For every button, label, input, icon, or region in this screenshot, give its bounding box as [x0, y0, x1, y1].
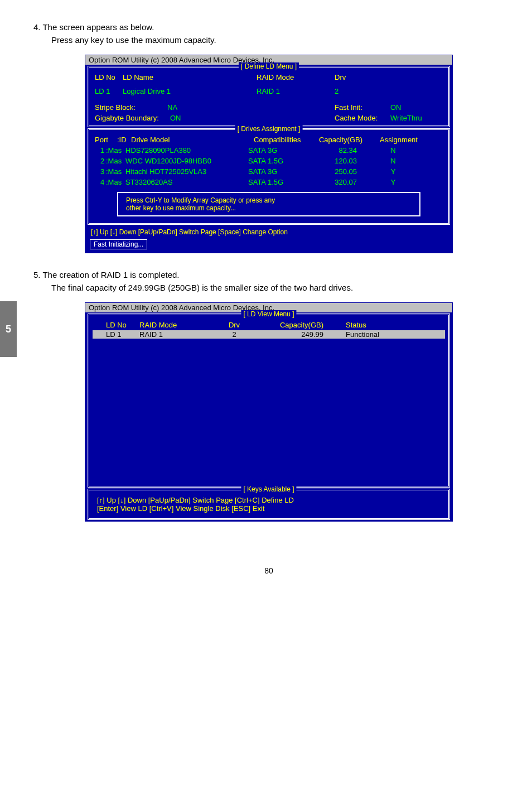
lv-row-drv: 2 [217, 330, 251, 339]
ld-view-selected-row[interactable]: LD 1 RAID 1 2 249.99 Functional [93, 330, 445, 339]
drive4-assign: Y [368, 178, 418, 186]
keys-available-label: [ Keys Available ] [241, 485, 296, 493]
page-number: 80 [33, 566, 504, 575]
cache-mode-label: Cache Mode: [335, 114, 390, 122]
ld-view-frame: [ LD View Menu ] LD No RAID Mode Drv Cap… [88, 314, 450, 488]
lv-header-drv: Drv [217, 321, 251, 329]
lv-header-cap: Capacity(GB) [251, 321, 335, 329]
step4-title: 4. The screen appears as below. [33, 22, 504, 32]
fast-init-value[interactable]: ON [390, 103, 435, 112]
lv-row-raidmode: RAID 1 [139, 330, 217, 339]
ld-view-empty-area [95, 339, 443, 484]
drive1-cap: 82.34 [312, 146, 368, 155]
header-drv: Drv [335, 73, 379, 81]
drives-header-cap: Capacity(GB) [318, 136, 374, 144]
ld-row-raidmode: RAID 1 [257, 87, 335, 95]
drive1-id: :Mas [106, 146, 125, 155]
bios2-footer-line1: [↑] Up [↓] Down [PaUp/PaDn] Switch Page … [97, 496, 441, 504]
ld-view-header-row: LD No RAID Mode Drv Capacity(GB) Status [95, 320, 443, 330]
stripe-block-label: Stripe Block: [95, 103, 151, 112]
prompt-line1: Press Ctrl-Y to Modify Array Capacity or… [126, 196, 412, 204]
bios-screen-ld-view: Option ROM Utility (c) 2008 Advanced Mic… [85, 302, 453, 522]
define-ld-frame: [ Define LD Menu ] LD No LD Name RAID Mo… [88, 66, 450, 127]
drive4-cap: 320.07 [312, 178, 368, 186]
step5-subtext: The final capacity of 249.99GB (250GB) i… [51, 283, 504, 292]
side-tab: 5 [0, 301, 17, 357]
gigabyte-boundary-value[interactable]: ON [170, 114, 257, 122]
ld-row-ldname: Logical Drive 1 [123, 87, 257, 95]
side-tab-number: 5 [6, 324, 11, 335]
drive-row-2[interactable]: 2 :Mas WDC WD1200JD-98HBB0 SATA 1.5G 120… [95, 156, 443, 166]
drive1-assign: N [368, 146, 418, 155]
drive1-model: HDS728090PLA380 [125, 146, 248, 155]
drive-row-1[interactable]: 1 :Mas HDS728090PLA380 SATA 3G 82.34 N [95, 145, 443, 156]
lv-header-raidmode: RAID Mode [139, 321, 217, 329]
drive3-port: 3 [95, 167, 106, 176]
drive3-assign: Y [368, 167, 418, 176]
drives-header-comp: Compatibilities [254, 136, 318, 144]
lv-row-status: Functional [335, 330, 402, 339]
ld-row-ldno: LD 1 [95, 87, 123, 95]
drive1-comp: SATA 3G [248, 146, 312, 155]
prompt-line2: other key to use maximum capacity... [126, 204, 412, 212]
drive2-id: :Mas [106, 157, 125, 165]
bios1-footer-keys: [↑] Up [↓] Down [PaUp/PaDn] Switch Page … [85, 226, 452, 238]
drives-header-port: Port [95, 136, 117, 144]
drive1-port: 1 [95, 146, 106, 155]
settings-row2: Gigabyte Boundary: ON Cache Mode: WriteT… [95, 113, 443, 123]
settings-row1: Stripe Block: NA Fast Init: ON [95, 102, 443, 113]
bios-screen-define-ld: Option ROM Utility (c) 2008 Advanced Mic… [85, 55, 453, 253]
capacity-prompt: Press Ctrl-Y to Modify Array Capacity or… [117, 192, 420, 216]
drives-header-assign: Assignment [374, 136, 424, 144]
drives-header-id: :ID [117, 136, 131, 144]
drive2-comp: SATA 1.5G [248, 157, 312, 165]
gigabyte-boundary-label: Gigabyte Boundary: [95, 114, 170, 122]
drive2-assign: N [368, 157, 418, 165]
step5-title: 5. The creation of RAID 1 is completed. [33, 270, 504, 279]
drive-row-3[interactable]: 3 :Mas Hitachi HDT725025VLA3 SATA 3G 250… [95, 166, 443, 177]
drive3-id: :Mas [106, 167, 125, 176]
fast-init-label: Fast Init: [335, 103, 390, 112]
drive3-cap: 250.05 [312, 167, 368, 176]
drive4-comp: SATA 1.5G [248, 178, 312, 186]
step4-subtext: Press any key to use the maximum capacit… [51, 35, 504, 45]
drive3-comp: SATA 3G [248, 167, 312, 176]
header-ldname: LD Name [123, 73, 257, 81]
bios2-footer-line2: [Enter] View LD [Ctrl+V] View Single Dis… [97, 504, 441, 513]
define-ld-frame-label: [ Define LD Menu ] [239, 62, 299, 70]
lv-header-status: Status [335, 321, 402, 329]
drive-row-4[interactable]: 4 :Mas ST3320620AS SATA 1.5G 320.07 Y [95, 177, 443, 187]
cache-mode-value[interactable]: WriteThru [390, 114, 435, 122]
drives-header-row: Port :ID Drive Model Compatibilities Cap… [95, 134, 443, 145]
drive4-port: 4 [95, 178, 106, 186]
page-content: 4. The screen appears as below. Press an… [0, 0, 532, 597]
drive4-model: ST3320620AS [125, 178, 248, 186]
drive2-port: 2 [95, 157, 106, 165]
drive2-cap: 120.03 [312, 157, 368, 165]
header-ldno: LD No [95, 73, 123, 81]
header-raidmode: RAID Mode [257, 73, 335, 81]
fast-initializing-box: Fast Initializing... [90, 239, 147, 249]
lv-header-ldno: LD No [95, 321, 139, 329]
drives-frame-label: [ Drives Assignment ] [235, 125, 303, 133]
ld-data-row[interactable]: LD 1 Logical Drive 1 RAID 1 2 [95, 86, 443, 97]
lv-row-cap: 249.99 [251, 330, 335, 339]
drives-header-model: Drive Model [131, 136, 254, 144]
drives-assignment-frame: [ Drives Assignment ] Port :ID Drive Mod… [88, 128, 450, 225]
stripe-block-value[interactable]: NA [151, 103, 257, 112]
lv-row-ldno: LD 1 [95, 330, 139, 339]
ld-header-row: LD No LD Name RAID Mode Drv [95, 72, 443, 83]
keys-available-frame: [ Keys Available ] [↑] Up [↓] Down [PaUp… [88, 489, 450, 520]
drive2-model: WDC WD1200JD-98HBB0 [125, 157, 248, 165]
drive3-model: Hitachi HDT725025VLA3 [125, 167, 248, 176]
ld-view-frame-label: [ LD View Menu ] [241, 310, 296, 318]
drive4-id: :Mas [106, 178, 125, 186]
ld-row-drv: 2 [335, 87, 379, 95]
